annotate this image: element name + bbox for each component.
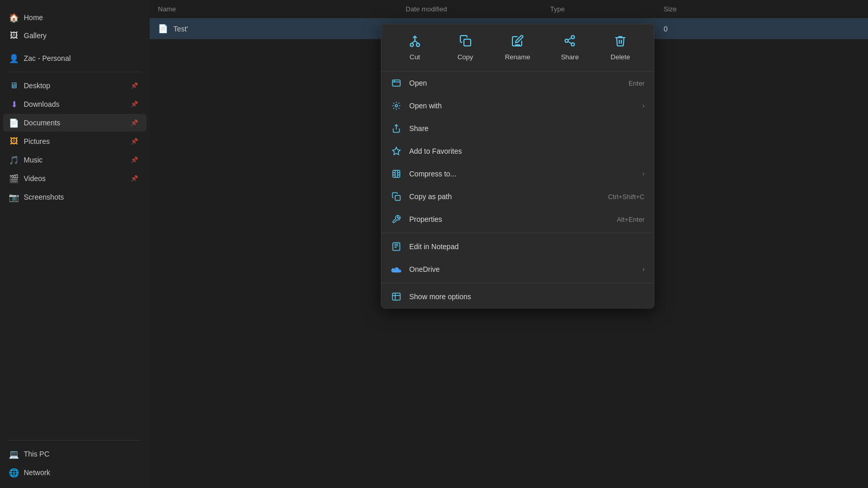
sidebar-item-desktop[interactable]: 🖥 Desktop 📌 (3, 77, 147, 94)
rename-label: Rename (505, 53, 530, 61)
screenshots-icon: 📷 (9, 192, 19, 202)
col-header-name[interactable]: Name (158, 5, 406, 13)
sidebar-item-home[interactable]: 🏠 Home (3, 9, 147, 26)
open-with-arrow: › (642, 102, 645, 109)
pictures-icon: 🖼 (9, 137, 19, 146)
compress-icon (391, 168, 402, 180)
gallery-icon: 🖼 (9, 31, 19, 40)
thispc-icon: 💻 (9, 449, 19, 459)
notepad-label: Edit in Notepad (409, 242, 645, 251)
sidebar-spacer (0, 206, 150, 436)
properties-shortcut: Alt+Enter (617, 216, 645, 223)
menu-item-open-with[interactable]: Open with › (381, 94, 654, 117)
context-menu-divider-2 (381, 283, 654, 283)
pin-icon-videos: 📌 (131, 175, 138, 182)
menu-item-open[interactable]: Open Enter (381, 72, 654, 94)
action-copy-button[interactable]: Copy (447, 31, 484, 64)
menu-item-copy-path[interactable]: Copy as path Ctrl+Shift+C (381, 185, 654, 208)
pin-icon-documents: 📌 (131, 119, 138, 126)
menu-item-properties[interactable]: Properties Alt+Enter (381, 208, 654, 231)
col-header-size[interactable]: Size (664, 5, 860, 13)
show-more-icon (391, 291, 402, 302)
sidebar-screenshots-label: Screenshots (24, 193, 64, 201)
open-label: Open (409, 79, 621, 87)
sidebar-item-videos[interactable]: 🎬 Videos 📌 (3, 170, 147, 187)
context-menu-action-bar: Cut Copy (381, 24, 654, 72)
svg-line-6 (568, 42, 572, 44)
svg-rect-13 (395, 196, 400, 201)
sidebar-item-music[interactable]: 🎵 Music 📌 (3, 151, 147, 169)
videos-icon: 🎬 (9, 174, 19, 183)
copy-path-label: Copy as path (409, 192, 601, 201)
sidebar-item-gallery-label: Gallery (24, 31, 46, 40)
sidebar-music-label: Music (24, 156, 43, 164)
sidebar-item-downloads[interactable]: ⬇ Downloads 📌 (3, 95, 147, 113)
col-header-type[interactable]: Type (550, 5, 664, 13)
svg-point-9 (395, 105, 398, 107)
open-icon (391, 77, 402, 89)
downloads-icon: ⬇ (9, 100, 19, 109)
svg-rect-8 (393, 80, 400, 86)
cut-icon (409, 35, 421, 50)
menu-item-favorites[interactable]: Add to Favorites (381, 140, 654, 162)
compress-arrow: › (642, 170, 645, 177)
pin-icon-downloads: 📌 (131, 101, 138, 108)
properties-label: Properties (409, 215, 609, 223)
sidebar-account[interactable]: 👤 Zac - Personal (3, 50, 147, 67)
onedrive-icon (391, 264, 402, 275)
sidebar-videos-label: Videos (24, 174, 46, 183)
file-name: Test' (173, 25, 188, 33)
menu-item-onedrive[interactable]: OneDrive › (381, 258, 654, 281)
desktop-icon: 🖥 (9, 81, 19, 90)
share-icon-menu (391, 123, 402, 134)
sidebar-item-home-label: Home (24, 13, 43, 22)
action-delete-button[interactable]: Delete (602, 31, 638, 64)
file-size-cell: 0 (664, 25, 860, 33)
menu-item-compress[interactable]: Compress to... › (381, 162, 654, 185)
action-cut-button[interactable]: Cut (397, 31, 433, 64)
copy-path-icon (391, 191, 402, 202)
rename-icon (511, 35, 524, 50)
share-label: Share (561, 53, 579, 61)
sidebar: 🏠 Home 🖼 Gallery 👤 Zac - Personal 🖥 Desk… (0, 0, 150, 488)
properties-icon (391, 214, 402, 225)
sidebar-pictures-label: Pictures (24, 137, 50, 145)
context-menu-divider-1 (381, 233, 654, 233)
file-name-cell: 📄 Test' (158, 24, 406, 34)
menu-item-show-more[interactable]: Show more options (381, 285, 654, 308)
sidebar-top-section: 🏠 Home 🖼 Gallery (0, 6, 150, 49)
main-content: Name Date modified Type Size 📄 Test' 8/1… (150, 0, 868, 488)
share-icon-action (564, 35, 576, 50)
sidebar-item-network[interactable]: 🌐 Network (3, 464, 147, 481)
share-label-menu: Share (409, 124, 645, 133)
favorites-label: Add to Favorites (409, 147, 645, 155)
action-share-button[interactable]: Share (552, 31, 588, 64)
action-rename-button[interactable]: Rename (497, 31, 537, 64)
sidebar-documents-label: Documents (24, 119, 60, 127)
svg-rect-2 (464, 39, 471, 46)
sidebar-item-screenshots[interactable]: 📷 Screenshots (3, 188, 147, 206)
svg-marker-11 (393, 148, 400, 155)
sidebar-item-documents[interactable]: 📄 Documents 📌 (3, 114, 147, 132)
open-with-label: Open with (409, 102, 631, 110)
menu-item-notepad[interactable]: Edit in Notepad (381, 235, 654, 258)
open-with-icon (391, 100, 402, 111)
delete-icon (614, 35, 626, 50)
svg-line-7 (568, 38, 572, 40)
copy-label: Copy (457, 53, 473, 61)
network-icon: 🌐 (9, 468, 19, 477)
svg-rect-15 (393, 293, 400, 300)
menu-item-share[interactable]: Share (381, 117, 654, 140)
sidebar-item-thispc[interactable]: 💻 This PC (3, 445, 147, 463)
delete-label: Delete (610, 53, 630, 61)
onedrive-label: OneDrive (409, 265, 631, 273)
sidebar-item-gallery[interactable]: 🖼 Gallery (3, 27, 147, 44)
documents-icon: 📄 (9, 118, 19, 127)
account-icon: 👤 (9, 54, 19, 63)
sidebar-item-pictures[interactable]: 🖼 Pictures 📌 (3, 133, 147, 150)
pin-icon-music: 📌 (131, 156, 138, 164)
notepad-icon (391, 241, 402, 252)
svg-rect-12 (393, 170, 400, 177)
home-icon: 🏠 (9, 13, 19, 22)
col-header-date[interactable]: Date modified (406, 5, 550, 13)
